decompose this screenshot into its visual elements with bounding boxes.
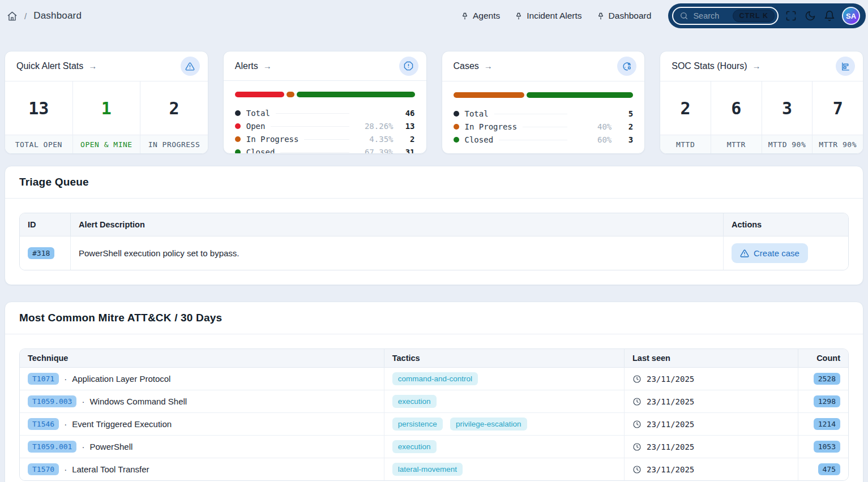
technique-cell: T1546 · Event Triggered Execution — [20, 413, 384, 436]
table-header-row: Technique Tactics Last seen Count — [20, 349, 848, 368]
soc-stats-card: SOC Stats (Hours) → 2 MTTD 6 MTTR 3 MTTD… — [660, 51, 863, 154]
technique-name: Lateral Tool Transfer — [72, 464, 149, 474]
tactics-cell: persistence privilege-escalation — [384, 413, 625, 436]
legend-value: 2 — [394, 135, 415, 144]
legend-row-closed: Closed 67.39% 31 — [235, 145, 415, 154]
alerts-link[interactable]: Alerts → — [235, 61, 272, 71]
stat-value: 2 — [140, 81, 208, 135]
stat-cards-row: Quick Alert Stats → 13 TOTAL OPEN 1 OPEN… — [0, 32, 868, 154]
column-header-description: Alert Description — [71, 213, 724, 236]
legend-value: 13 — [394, 122, 415, 131]
technique-id-badge: T1059.003 — [28, 395, 76, 407]
legend-row-in-progress: In Progress 40% 2 — [454, 120, 634, 133]
table-row[interactable]: #318 PowerShell execution policy set to … — [20, 236, 848, 270]
column-header-actions: Actions — [724, 213, 848, 236]
create-case-button[interactable]: Create case — [732, 243, 808, 263]
section-header: Most Common Mitre ATT&CK / 30 Days — [5, 302, 863, 334]
nav-link-agents[interactable]: Agents — [461, 11, 500, 21]
arrow-right-icon: → — [263, 61, 272, 71]
clock-icon — [632, 420, 642, 429]
leader-line — [494, 113, 568, 114]
fullscreen-icon[interactable] — [784, 9, 798, 23]
table-row[interactable]: T1059.001 · PowerShell execution 23/11/2… — [20, 436, 848, 458]
legend-dot — [235, 123, 241, 129]
id-cell: #318 — [20, 236, 71, 270]
last-seen-cell: 23/11/2025 — [625, 436, 798, 458]
legend-dot — [454, 111, 459, 117]
bullet-separator: · — [82, 397, 84, 406]
alerts-card: Alerts → Total 46 Open — [223, 51, 427, 154]
technique-id-badge: T1071 — [28, 373, 59, 385]
legend-pct: 28.26% — [355, 122, 394, 131]
search-input[interactable] — [693, 11, 728, 20]
mitre-title: Most Common Mitre ATT&CK / 30 Days — [19, 312, 849, 324]
count-badge: 2528 — [814, 373, 840, 385]
technique-cell: T1570 · Lateral Tool Transfer — [20, 458, 384, 480]
stat-label: MTTD 90% — [762, 135, 813, 153]
mitre-attack-card: Most Common Mitre ATT&CK / 30 Days Techn… — [5, 302, 863, 482]
table-header-row: ID Alert Description Actions — [20, 213, 848, 236]
count-cell: 475 — [798, 458, 848, 480]
soc-stats-link[interactable]: SOC Stats (Hours) → — [672, 61, 760, 71]
last-seen-cell: 23/11/2025 — [625, 458, 798, 480]
card-header: SOC Stats (Hours) → — [660, 51, 863, 81]
bullet-separator: · — [64, 374, 67, 384]
search-box[interactable]: CTRL K — [672, 7, 779, 25]
user-avatar[interactable]: SA — [842, 7, 860, 25]
stat-value: 2 — [660, 81, 711, 135]
table-row[interactable]: T1059.003 · Windows Command Shell execut… — [20, 390, 848, 413]
stat-col: 1 OPEN & MINE — [73, 81, 141, 153]
pin-icon — [597, 12, 605, 20]
stat-col: 13 TOTAL OPEN — [5, 81, 73, 153]
cases-link[interactable]: Cases → — [454, 61, 493, 71]
dark-mode-moon-icon[interactable] — [803, 9, 817, 23]
legend-pct: 4.35% — [355, 135, 394, 144]
card-body: Total 46 Open 28.26% 13 In Progress 4.35… — [224, 81, 426, 154]
legend-label: Open — [246, 122, 266, 131]
count-badge: 1214 — [814, 418, 840, 430]
legend-pct: 67.39% — [355, 148, 394, 154]
alerts-status-bar — [235, 92, 415, 97]
stat-label: MTTR 90% — [813, 135, 863, 153]
legend-dot — [235, 149, 241, 154]
home-icon[interactable] — [7, 11, 18, 21]
count-badge: 475 — [818, 463, 840, 475]
stat-grid: 13 TOTAL OPEN 1 OPEN & MINE 2 IN PROGRES… — [5, 81, 208, 153]
leader-line — [304, 139, 349, 140]
triage-table: ID Alert Description Actions #318 PowerS… — [19, 213, 849, 270]
triage-queue-card: Triage Queue ID Alert Description Action… — [5, 166, 863, 285]
card-header: Cases → — [442, 51, 645, 81]
legend-row-open: Open 28.26% 13 — [235, 119, 415, 132]
leader-line — [280, 152, 349, 153]
search-icon — [679, 11, 689, 20]
table-row[interactable]: T1570 · Lateral Tool Transfer lateral-mo… — [20, 458, 848, 480]
clock-icon — [632, 375, 642, 384]
tactics-cell: execution — [384, 436, 625, 458]
stat-value: 13 — [5, 81, 72, 135]
nav-link-incident-alerts[interactable]: Incident Alerts — [515, 11, 581, 21]
clock-icon — [632, 465, 642, 474]
last-seen-cell: 23/11/2025 — [625, 413, 798, 436]
technique-cell: T1071 · Application Layer Protocol — [20, 368, 384, 390]
clock-icon — [632, 442, 642, 451]
description-cell: PowerShell execution policy set to bypas… — [71, 236, 724, 270]
table-row[interactable]: T1546 · Event Triggered Execution persis… — [20, 413, 848, 436]
legend-value: 3 — [612, 135, 633, 144]
last-seen-date: 23/11/2025 — [647, 465, 694, 474]
count-cell: 1053 — [798, 436, 848, 458]
legend-value: 31 — [394, 148, 415, 154]
leader-line — [499, 139, 567, 140]
notifications-bell-icon[interactable] — [823, 9, 836, 23]
table-row[interactable]: T1071 · Application Layer Protocol comma… — [20, 368, 848, 390]
bar-segment-closed — [527, 92, 633, 98]
nav-link-dashboard[interactable]: Dashboard — [597, 11, 652, 21]
technique-id-badge: T1570 — [28, 463, 59, 475]
alert-triangle-icon — [181, 57, 200, 76]
legend-value: 46 — [394, 109, 415, 118]
tactic-pill: command-and-control — [392, 372, 478, 385]
bullet-separator: · — [64, 419, 67, 429]
leader-line — [523, 126, 567, 127]
cases-icon — [617, 57, 636, 76]
quick-alert-stats-link[interactable]: Quick Alert Stats → — [16, 61, 97, 71]
quick-alert-stats-card: Quick Alert Stats → 13 TOTAL OPEN 1 OPEN… — [5, 51, 208, 154]
